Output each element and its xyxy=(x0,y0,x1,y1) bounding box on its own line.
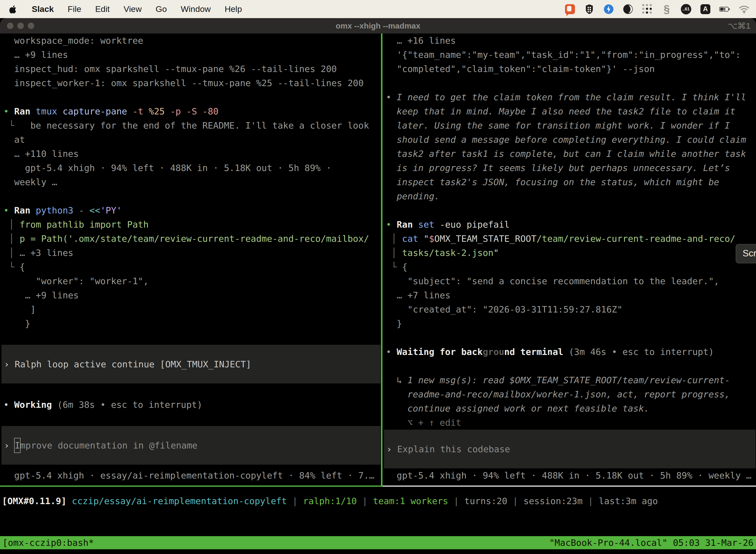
injected-command-box: › Ralph loop active continue [OMX_TMUX_I… xyxy=(1,345,380,384)
terminal-row: workspace_mode: worktree xyxy=(0,34,381,48)
window-titlebar[interactable]: omx --xhigh --madmax ⌥⌘1 xyxy=(0,18,756,34)
terminal-blank-row xyxy=(382,331,756,345)
terminal-row: └ { xyxy=(382,260,756,274)
terminal-row: • Ran set -euo pipefail xyxy=(382,217,756,232)
terminal-row: gpt-5.4 xhigh · 94% left · 488K in · 5.1… xyxy=(0,161,381,175)
terminal-blank-row xyxy=(0,189,381,203)
terminal-row: ⌥ + ↑ edit xyxy=(382,416,756,430)
terminal-row: pending. xyxy=(382,189,756,203)
terminal-row: └ be necessary for the end of the README… xyxy=(0,118,381,132)
terminal-row: "subject": "send a concise recommendatio… xyxy=(382,274,756,288)
terminal-pane-left[interactable]: workspace_mode: worktree … +9 lines insp… xyxy=(0,34,381,486)
screen: Slack File Edit View Go Window Help §..6… xyxy=(0,0,756,554)
terminal-row: "created_at": "2026-03-31T11:59:27.816Z" xyxy=(382,302,756,317)
wifi-icon[interactable] xyxy=(739,4,750,15)
menu-window[interactable]: Window xyxy=(181,4,211,14)
menubar-status-icons: §..61A xyxy=(565,4,756,15)
terminal-row: └ { xyxy=(0,260,381,274)
terminal-row: • Waiting for background terminal (3m 46… xyxy=(382,345,756,359)
terminal-row: should send a message before completing … xyxy=(382,132,756,147)
terminal-blank-row xyxy=(382,359,756,373)
squiggle-icon[interactable]: § xyxy=(661,4,672,15)
tmux-session-label: [omx-cczip0:bash* xyxy=(2,536,94,549)
menu-help[interactable]: Help xyxy=(225,4,242,14)
terminal-blank-row xyxy=(382,203,756,217)
pane-model-status-row: gpt-5.4 xhigh · essay/ai-reimplementatio… xyxy=(0,468,381,483)
tmux-host-clock: "MacBook-Pro-44.local" 05:03 31-Mar-26 xyxy=(549,536,754,549)
battery-charging-icon[interactable] xyxy=(719,4,730,15)
terminal-row: continue assigned work or next feasible … xyxy=(382,401,756,416)
blue-lightning-icon[interactable] xyxy=(603,4,614,15)
terminal-row: inspect task2's JSON, focusing on the st… xyxy=(382,175,756,189)
terminal-pane-right[interactable]: … +16 lines '{"team_name":"my-team","tas… xyxy=(382,34,756,486)
tmux-panes: workspace_mode: worktree … +9 lines insp… xyxy=(0,34,756,486)
terminal-row: task2 after task1 is complete, but can I… xyxy=(382,147,756,161)
terminal-row: │ … +3 lines xyxy=(0,246,381,260)
dots-grid-icon[interactable] xyxy=(642,4,653,15)
menubar-app-name[interactable]: Slack xyxy=(32,4,54,14)
pane-border-bottom-left xyxy=(0,486,381,487)
terminal-row: │ p = Path('.omx/state/team/review-curre… xyxy=(0,232,381,246)
screen-edge-tooltip: Scre xyxy=(736,244,756,263)
prompt-input-box[interactable]: › Improve documentation in @filename xyxy=(1,426,380,465)
terminal-row: … +16 lines xyxy=(382,34,756,48)
screenshot-chat-icon[interactable] xyxy=(565,4,575,15)
terminal-blank-row xyxy=(382,76,756,90)
terminal-row: inspect_worker-1: omx sparkshell --tmux-… xyxy=(0,76,381,90)
terminal-row: '{"team_name":"my-team","task_id":"1","f… xyxy=(382,48,756,62)
terminal-row: │ from pathlib import Path xyxy=(0,217,381,232)
terminal-blank-row xyxy=(0,384,381,398)
shield-grid-icon[interactable] xyxy=(584,4,595,15)
terminal-row: • Working (6m 38s • esc to interrupt) xyxy=(0,398,381,412)
prompt-input-box[interactable]: › Explain this codebase xyxy=(384,430,756,468)
tmux-status-bar: [omx-cczip0:bash* "MacBook-Pro-44.local"… xyxy=(0,536,756,549)
percent-61-badge-icon[interactable]: ..61 xyxy=(681,4,692,15)
terminal-row: ↳ 1 new msg(s): read $OMX_TEAM_STATE_ROO… xyxy=(382,373,756,387)
terminal-row: weekly … xyxy=(0,175,381,189)
moon-crescent-icon[interactable] xyxy=(623,4,633,15)
terminal-window: omx --xhigh --madmax ⌥⌘1 workspace_mode:… xyxy=(0,18,756,554)
menu-go[interactable]: Go xyxy=(155,4,167,14)
window-shortcut-badge: ⌥⌘1 xyxy=(728,18,751,34)
terminal-row: • Ran tmux capture-pane -t %25 -p -S -80 xyxy=(0,104,381,118)
terminal-row: } xyxy=(382,317,756,331)
terminal-row: at xyxy=(0,132,381,147)
pane-divider[interactable] xyxy=(381,34,382,487)
a-square-icon[interactable]: A xyxy=(700,4,711,15)
pane-model-status-row: gpt-5.4 xhigh · 94% left · 488K in · 5.1… xyxy=(382,468,756,483)
terminal-blank-row xyxy=(0,331,381,345)
terminal-row: readme-and-reco/mailbox/worker-1.json, a… xyxy=(382,387,756,401)
terminal-row: … +9 lines xyxy=(0,48,381,62)
omx-session-status-line: [OMX#0.11.9] cczip/essay/ai-reimplementa… xyxy=(2,494,658,508)
terminal-row: │ tasks/task-2.json" xyxy=(382,246,756,260)
apple-menu-icon[interactable] xyxy=(9,4,18,14)
terminal-row: ] xyxy=(0,302,381,317)
terminal-row: "completed","claim_token":"claim-token"}… xyxy=(382,62,756,76)
menu-view[interactable]: View xyxy=(124,4,142,14)
terminal-row: inspect_hud: omx sparkshell --tmux-pane … xyxy=(0,62,381,76)
terminal-row: keep that in mind. Maybe I also need the… xyxy=(382,104,756,118)
terminal-row: … +9 lines xyxy=(0,288,381,302)
menu-file[interactable]: File xyxy=(68,4,81,14)
terminal-row: … +7 lines xyxy=(382,288,756,302)
terminal-row: } xyxy=(0,317,381,331)
terminal-row: later. Using the same for transition mig… xyxy=(382,118,756,132)
terminal-row: • Ran python3 - <<'PY' xyxy=(0,203,381,217)
terminal-row: is in progress? It seems likely but perh… xyxy=(382,161,756,175)
menu-edit[interactable]: Edit xyxy=(95,4,110,14)
terminal-blank-row xyxy=(0,412,381,426)
terminal-row: • I need to get the claim token from the… xyxy=(382,90,756,104)
menubar: Slack File Edit View Go Window Help §..6… xyxy=(0,0,756,18)
pane-border-bottom-right xyxy=(382,486,756,487)
window-title: omx --xhigh --madmax xyxy=(0,18,756,34)
terminal-row: "worker": "worker-1", xyxy=(0,274,381,288)
terminal-row: │ cat "$OMX_TEAM_STATE_ROOT/team/review-… xyxy=(382,232,756,246)
terminal-blank-row xyxy=(0,90,381,104)
terminal-row: … +110 lines xyxy=(0,147,381,161)
